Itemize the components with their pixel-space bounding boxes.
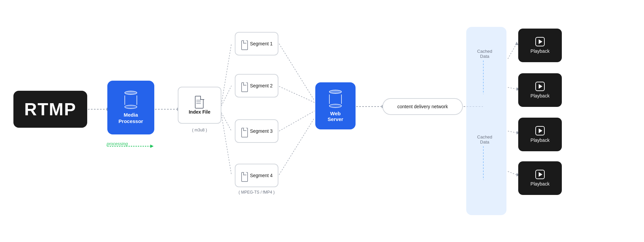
cdn-label-box: content delivery network <box>382 98 463 115</box>
segment-3-box: Segment 3 <box>235 119 278 143</box>
segment-2-label: Segment 2 <box>250 83 273 88</box>
svg-line-19 <box>508 87 517 89</box>
segment-4-label: Segment 4 <box>250 173 273 178</box>
web-server-box: WebServer <box>315 82 356 129</box>
web-server-db-icon <box>329 90 342 108</box>
playback-3-box: Playback <box>518 118 562 151</box>
svg-marker-5 <box>150 145 154 148</box>
rtmp-box: RTMP <box>13 91 87 128</box>
db-icon <box>124 91 137 109</box>
index-file-box: Index File <box>178 87 221 124</box>
rtmp-label: RTMP <box>24 99 76 119</box>
playback-3-label: Playback <box>531 137 550 143</box>
playback-1-label: Playback <box>531 48 550 54</box>
playback-2-label: Playback <box>531 93 550 98</box>
segment-2-box: Segment 2 <box>235 74 278 97</box>
cached-line-1 <box>483 61 484 94</box>
cdn-label: content delivery network <box>397 104 448 109</box>
segment-4-box: Segment 4 <box>235 164 278 187</box>
playback-2-icon <box>535 82 545 91</box>
playback-1-box: Playback <box>518 29 562 62</box>
segment-1-icon <box>241 40 247 47</box>
segment-1-label: Segment 1 <box>250 41 273 46</box>
diagram-container: RTMP MediaProcessor processing Index Fil… <box>0 0 644 242</box>
playback-4-icon <box>535 170 545 179</box>
playback-2-box: Playback <box>518 73 562 107</box>
svg-line-10 <box>279 44 315 101</box>
segment-1-box: Segment 1 <box>235 32 278 55</box>
segment-3-icon <box>241 128 247 134</box>
media-processor-label: MediaProcessor <box>118 112 143 125</box>
svg-line-6 <box>221 44 231 104</box>
svg-line-13 <box>279 118 315 175</box>
index-file-sublabel: ( m3u8 ) <box>178 128 221 132</box>
svg-line-11 <box>279 86 315 103</box>
segment-2-icon <box>241 82 247 89</box>
playback-3-icon <box>535 126 545 135</box>
playback-4-box: Playback <box>518 161 562 195</box>
svg-line-8 <box>221 113 231 131</box>
file-icon <box>195 96 204 107</box>
media-processor-box: MediaProcessor <box>107 81 154 134</box>
segment-4-icon <box>241 172 247 179</box>
index-file-label: Index File <box>189 109 211 115</box>
segment-3-label: Segment 3 <box>250 128 273 134</box>
cached-line-2 <box>483 146 484 180</box>
svg-line-17 <box>508 44 517 59</box>
playback-4-label: Playback <box>531 181 550 187</box>
cached-data-2: CachedData <box>471 134 498 145</box>
svg-line-7 <box>221 86 231 106</box>
web-server-label: WebServer <box>328 111 343 122</box>
playback-1-icon <box>535 37 545 46</box>
svg-line-12 <box>279 111 315 131</box>
cached-data-1: CachedData <box>471 49 498 59</box>
svg-line-23 <box>508 171 517 175</box>
processing-label: processing <box>107 141 128 146</box>
segment-sublabel: ( MPEG-TS / fMP4 ) <box>235 190 278 195</box>
svg-line-9 <box>221 114 231 175</box>
svg-line-21 <box>508 131 517 133</box>
